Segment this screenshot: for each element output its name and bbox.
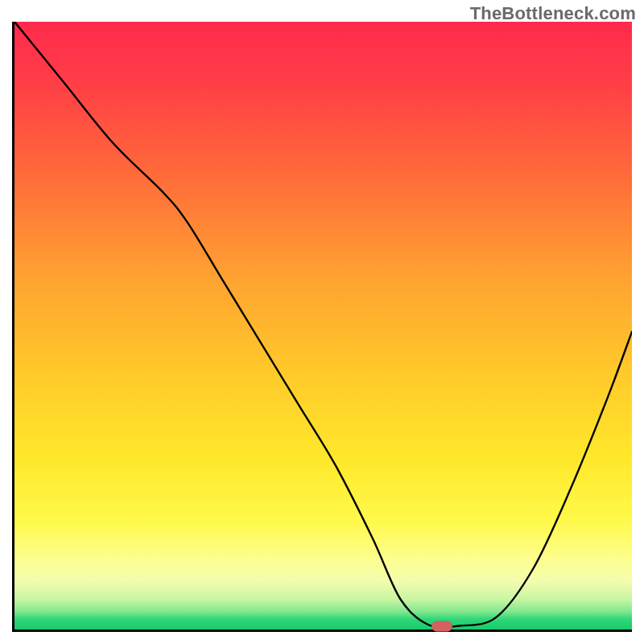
optimal-point-marker (431, 621, 452, 632)
plot-area (12, 22, 632, 632)
bottleneck-chart: TheBottleneck.com (0, 0, 644, 644)
curve-path (14, 22, 632, 627)
bottleneck-curve (14, 22, 632, 630)
